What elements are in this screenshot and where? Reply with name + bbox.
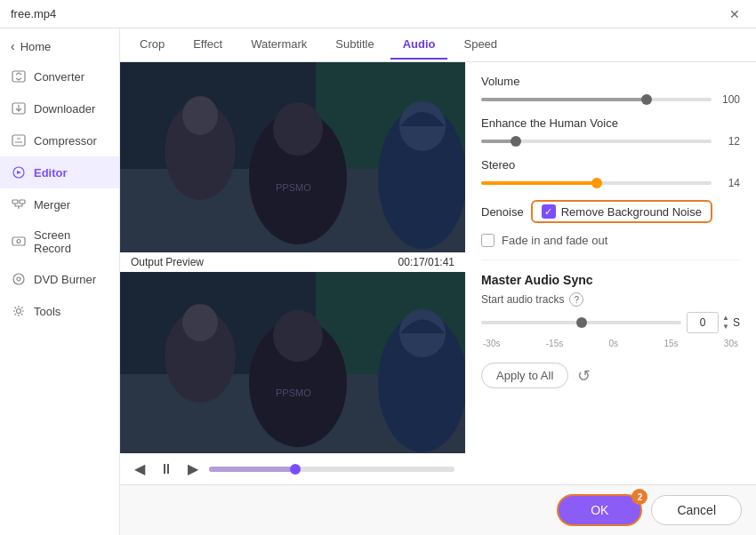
progress-thumb [290,464,301,475]
merger-label: Merger [34,198,70,212]
prev-frame-button[interactable]: ◀ [131,459,149,479]
stereo-label: Stereo [481,158,740,172]
back-arrow-icon: ‹ [11,39,15,53]
sidebar-item-tools[interactable]: Tools [0,295,119,327]
fade-checkbox[interactable] [481,234,495,247]
converter-label: Converter [34,70,84,84]
svg-point-9 [17,277,20,281]
downloader-icon [11,100,27,116]
sidebar-item-editor[interactable]: Editor [0,156,119,188]
screen-record-icon [11,234,27,250]
tab-speed[interactable]: Speed [451,30,510,60]
sync-spinners: ▲ ▼ [720,314,731,331]
stereo-slider-track[interactable] [481,181,712,185]
volume-slider-track[interactable] [481,98,712,101]
enhance-value: 12 [719,135,740,148]
bottom-bar: OK 2 Cancel [120,484,756,535]
volume-fill [481,98,647,101]
title-bar: free.mp4 ✕ [0,0,756,28]
tabs-bar: Crop Effect Watermark Subtitle Audio Spe… [120,28,756,62]
ok-badge: 2 [631,489,647,505]
denoise-checkbox-label: Remove Background Noise [561,205,702,219]
dvd-burner-label: DVD Burner [34,273,96,286]
sync-decrement-button[interactable]: ▼ [720,323,731,331]
sync-slider-container: ▲ ▼ S [481,312,740,333]
editor-icon [11,164,27,180]
svg-rect-5 [20,200,25,204]
denoise-checkbox-wrapper[interactable]: ✓ Remove Background Noise [531,200,712,223]
close-button[interactable]: ✕ [724,4,745,25]
sync-slider-track[interactable] [481,321,681,324]
sidebar-item-compressor[interactable]: Compressor [0,124,119,156]
compressor-icon [11,132,27,148]
sync-thumb[interactable] [576,317,587,328]
volume-label: Volume [481,75,740,88]
video-top: PPSMO [120,62,465,252]
video-frame-top: PPSMO [120,62,465,252]
stereo-fill [481,181,597,185]
pause-button[interactable]: ⏸ [156,459,177,479]
enhance-slider-row: 12 [481,135,740,148]
sidebar: ‹ Home Converter Downloader Compressor [0,28,120,535]
master-sync-section: Master Audio Sync Start audio tracks ? ▲ [481,273,740,348]
enhance-slider-track[interactable] [481,140,712,143]
enhance-label: Enhance the Human Voice [481,116,740,130]
volume-thumb[interactable] [641,94,652,105]
converter-icon [11,68,27,84]
cancel-button[interactable]: Cancel [651,495,742,525]
sidebar-item-converter[interactable]: Converter [0,60,119,92]
screen-record-label: Screen Record [34,228,109,255]
svg-text:PPSMO: PPSMO [276,182,311,193]
tab-effect[interactable]: Effect [181,30,235,60]
compressor-label: Compressor [34,134,97,148]
denoise-checkbox[interactable]: ✓ [542,204,556,219]
sidebar-item-downloader[interactable]: Downloader [0,92,119,124]
sync-s-label: S [733,316,740,329]
sync-increment-button[interactable]: ▲ [720,314,731,323]
stereo-thumb[interactable] [591,178,602,188]
svg-rect-2 [12,135,25,146]
video-controls: ◀ ⏸ ▶ [120,453,465,484]
sync-subtitle-text: Start audio tracks [481,293,564,306]
title-filename: free.mp4 [11,7,56,20]
tab-watermark[interactable]: Watermark [238,30,319,60]
ok-button[interactable]: OK 2 [557,494,642,526]
actions-row: Apply to All ↺ [481,363,740,388]
enhance-thumb[interactable] [511,136,521,147]
merger-icon [11,196,27,212]
volume-section: Volume 100 [481,75,740,106]
denoise-label: Denoise [481,205,524,219]
info-icon[interactable]: ? [569,292,583,307]
sidebar-item-dvd-burner[interactable]: DVD Burner [0,263,119,295]
sync-title: Master Audio Sync [481,273,740,287]
next-frame-button[interactable]: ▶ [184,459,202,479]
sync-subtitle: Start audio tracks ? [481,292,740,307]
sidebar-item-merger[interactable]: Merger [0,188,119,220]
sync-ticks: -30s -15s 0s 15s 30s [481,339,740,348]
stereo-section: Stereo 14 [481,158,740,189]
svg-point-10 [17,309,21,314]
sync-value-box: ▲ ▼ S [687,312,740,333]
apply-all-button[interactable]: Apply to All [481,363,568,388]
video-section: PPSMO Output Preview 00:17/01:41 [120,62,465,484]
sidebar-item-screen-record[interactable]: Screen Record [0,220,119,263]
progress-bar[interactable] [209,467,454,472]
reset-button[interactable]: ↺ [577,366,591,386]
tick-plus30: 30s [724,339,738,348]
sync-value-input[interactable] [687,312,719,333]
sidebar-home-label: Home [20,40,52,53]
svg-point-8 [13,274,24,284]
tools-label: Tools [34,305,60,318]
stereo-value: 14 [719,177,740,189]
main-split: PPSMO Output Preview 00:17/01:41 [120,62,756,484]
video-frame-bottom: PPSMO [120,272,465,453]
svg-rect-6 [12,237,25,245]
tab-crop[interactable]: Crop [127,30,177,60]
svg-point-27 [273,310,323,362]
tools-icon [11,303,27,319]
svg-point-7 [17,240,20,244]
tab-audio[interactable]: Audio [390,30,448,60]
progress-fill [209,467,295,472]
tab-subtitle[interactable]: Subtitle [323,30,386,60]
sidebar-home[interactable]: ‹ Home [0,32,119,60]
